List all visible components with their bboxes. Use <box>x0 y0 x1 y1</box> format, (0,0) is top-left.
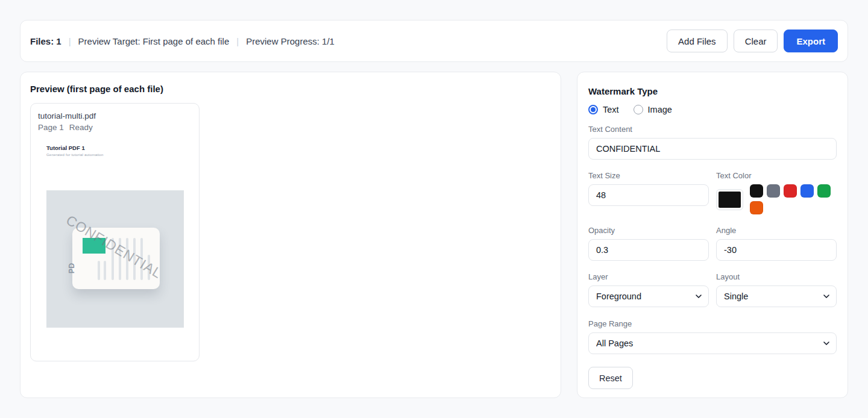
color-swatch[interactable] <box>750 184 763 198</box>
page: Files: 1 | Preview Target: First page of… <box>0 0 868 418</box>
text-color-field: Text Color <box>716 171 837 214</box>
radio-option-image[interactable]: Image <box>634 105 672 114</box>
text-content-label: Text Content <box>588 125 837 134</box>
layer-select[interactable]: Foreground <box>588 285 709 307</box>
radio-image-label: Image <box>648 105 672 114</box>
color-preset-swatches <box>750 184 834 214</box>
watermark-settings-panel: Watermark Type Text Image Text Content T… <box>577 72 848 398</box>
text-size-field: Text Size <box>588 171 709 214</box>
color-swatch[interactable] <box>784 184 797 198</box>
layout-field: Layout Single <box>716 272 837 307</box>
status-row: Files: 1 | Preview Target: First page of… <box>30 36 335 46</box>
add-files-button[interactable]: Add Files <box>667 30 728 52</box>
size-color-row: Text Size Text Color <box>588 171 837 214</box>
preview-progress: Preview Progress: 1/1 <box>246 36 335 46</box>
color-swatch[interactable] <box>750 201 763 214</box>
file-ready-status: Ready <box>69 122 93 133</box>
files-count: Files: 1 <box>30 36 61 46</box>
settings-panel-title: Watermark Type <box>588 84 837 96</box>
main-content: Preview (first page of each file) tutori… <box>20 72 848 398</box>
radio-option-text[interactable]: Text <box>588 105 619 114</box>
angle-input[interactable] <box>716 239 837 261</box>
opacity-angle-row: Opacity Angle <box>588 226 837 261</box>
page-range-field: Page Range All Pages <box>588 319 837 354</box>
placeholder-bar <box>98 261 100 280</box>
file-card[interactable]: tutorial-multi.pdf Page 1 Ready Tutorial… <box>30 103 200 361</box>
watermark-type-radio-group: Text Image <box>588 105 837 114</box>
thumbnail-image-placeholder: PD CONFIDENTIAL <box>46 190 184 328</box>
text-color-label: Text Color <box>716 171 837 180</box>
file-page-label: Page 1 <box>38 122 64 133</box>
preview-panel: Preview (first page of each file) tutori… <box>20 72 561 398</box>
thumbnail-doc-title: Tutorial PDF 1 <box>46 145 85 151</box>
placeholder-pd-label: PD <box>68 263 76 273</box>
text-size-label: Text Size <box>588 171 709 180</box>
radio-text-label: Text <box>603 105 619 114</box>
layer-layout-row: Layer Foreground Layout Single <box>588 272 837 307</box>
current-color-swatch <box>719 192 741 208</box>
toolbar-actions: Add Files Clear Export <box>667 30 838 52</box>
page-range-select[interactable]: All Pages <box>588 332 837 354</box>
radio-unselected-icon[interactable] <box>634 105 643 114</box>
opacity-label: Opacity <box>588 226 709 235</box>
page-range-label: Page Range <box>588 319 837 328</box>
color-swatch[interactable] <box>800 184 814 198</box>
export-button[interactable]: Export <box>784 30 838 52</box>
text-content-field: Text Content <box>588 125 837 160</box>
preview-panel-title: Preview (first page of each file) <box>30 82 551 94</box>
layer-label: Layer <box>588 272 709 281</box>
preview-target: Preview Target: First page of each file <box>78 36 230 46</box>
reset-button[interactable]: Reset <box>588 367 633 389</box>
file-status: Page 1 Ready <box>38 122 192 133</box>
placeholder-bar <box>104 261 106 280</box>
layout-label: Layout <box>716 272 837 281</box>
divider: | <box>69 36 71 46</box>
file-name: tutorial-multi.pdf <box>38 111 192 121</box>
angle-label: Angle <box>716 226 837 235</box>
radio-selected-icon[interactable] <box>588 105 598 114</box>
pdf-page-thumbnail: Tutorial PDF 1 Generated for tutorial au… <box>38 140 193 358</box>
toolbar: Files: 1 | Preview Target: First page of… <box>20 20 848 62</box>
opacity-field: Opacity <box>588 226 709 261</box>
color-swatch[interactable] <box>767 184 780 198</box>
color-swatch[interactable] <box>817 184 831 198</box>
current-color-picker[interactable] <box>716 189 743 210</box>
angle-field: Angle <box>716 226 837 261</box>
layer-field: Layer Foreground <box>588 272 709 307</box>
text-content-input[interactable] <box>588 138 837 160</box>
divider: | <box>236 36 239 46</box>
color-picker-row <box>716 184 837 214</box>
thumbnail-doc-subtitle: Generated for tutorial automation <box>46 153 104 157</box>
text-size-input[interactable] <box>588 184 709 206</box>
layout-select[interactable]: Single <box>716 285 837 307</box>
opacity-input[interactable] <box>588 239 709 261</box>
clear-button[interactable]: Clear <box>734 30 778 52</box>
